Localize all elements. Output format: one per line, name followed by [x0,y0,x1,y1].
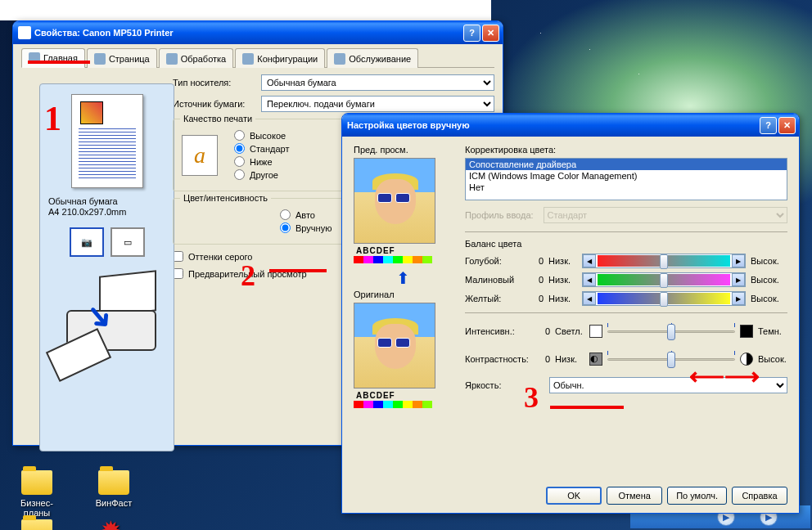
win1-title: Свойства: Canon MP510 Printer [34,28,174,38]
original-label: Оригинал [354,290,452,299]
intensity-slider[interactable] [607,321,735,341]
cyan-slider[interactable]: ◀▶ [582,254,746,268]
contrast-high-label: Высок. [758,354,787,364]
cyan-low: Низк. [548,256,577,266]
annotation-underline-1 [28,61,90,64]
win2-close-button[interactable]: ✕ [778,117,796,134]
low-contrast-icon: ◐ [589,353,602,366]
contrast-low-label: Низк. [555,354,584,364]
tab-config[interactable]: Конфигурации [235,48,325,68]
cyan-label: Голубой: [465,256,522,266]
quality-low-radio[interactable] [234,156,245,167]
page-thumbnail [71,94,143,188]
win1-close-button[interactable]: ✕ [482,25,499,42]
win2-default-button[interactable]: По умолч. [667,487,727,505]
yellow-low: Низк. [548,294,577,303]
magenta-high: Высок. [751,275,787,285]
preview-panel: Обычная бумага A4 210.0x297.0mm 📷 ▭ ➜ [39,83,174,451]
tabs-bar: Главная Страница Обработка Конфигурации … [21,47,494,68]
desktop-icons: Бизнес-планы ВинФаст ✹ [8,470,142,518]
desktop-icon-winfast[interactable]: ВинФаст [85,470,142,518]
light-label: Светл. [555,326,584,336]
magenta-left-arrow[interactable]: ◀ [583,273,596,286]
tab-page[interactable]: Страница [87,48,157,68]
original-image [354,303,435,389]
mode-photo-icon[interactable]: 📷 [70,227,104,257]
correction-listbox[interactable]: Сопоставление драйвера ICM (Windows Imag… [465,158,787,200]
cyan-value: 0 [527,256,544,266]
yellow-value: 0 [527,294,544,303]
preview-image [354,158,435,244]
dark-label: Темн. [758,326,787,336]
profile-select: Стандарт [544,207,787,223]
correction-opt-driver[interactable]: Сопоставление драйвера [466,159,787,170]
win2-ok-button[interactable]: OK [546,487,602,505]
tab-page-icon [94,53,106,65]
color-adjustment-window: Настройка цветов вручную ? ✕ Пред. просм… [341,113,800,514]
background-window-fragment [0,0,491,20]
yellow-label: Желтый: [465,294,522,303]
up-arrow-icon: ⬆ [354,268,452,288]
tab-main[interactable]: Главная [21,48,85,68]
contrast-label: Контрастность: [465,354,529,364]
magenta-low: Низк. [548,275,577,285]
win2-cancel-button[interactable]: Отмена [607,487,662,505]
annotation-underline-3 [550,406,624,409]
annotation-underline-2 [269,269,327,272]
paper-source-label: Источник бумаги: [173,99,255,109]
printer-illustration: ➜ [50,265,165,371]
dark-icon [740,325,753,338]
magenta-right-arrow[interactable]: ▶ [732,273,745,286]
abcdef-text: ABCDEF [354,245,452,256]
win1-help-button[interactable]: ? [463,25,480,42]
annotation-arrow: ⟵⟶ [689,362,760,390]
correction-opt-none[interactable]: Нет [466,182,787,193]
light-icon [589,325,602,338]
yellow-slider[interactable]: ◀▶ [582,291,746,306]
magenta-slider[interactable]: ◀▶ [582,272,746,287]
quality-standard-radio[interactable] [234,143,245,154]
desktop-icon-folder3[interactable] [8,519,65,530]
desktop-icon-business[interactable]: Бизнес-планы [8,470,65,518]
intensity-label: Интенсивн.: [465,326,529,336]
tab-maintenance[interactable]: Обслуживание [327,48,418,68]
correction-label: Корректировка цвета: [465,145,787,155]
color-auto-radio[interactable] [280,209,291,220]
cyan-right-arrow[interactable]: ▶ [732,254,745,267]
win2-help-button-bottom[interactable]: Справка [732,487,787,505]
tab-processing[interactable]: Обработка [159,48,233,68]
desktop-icon-splat[interactable]: ✹ [82,518,139,530]
quality-legend: Качество печати [180,114,255,124]
win1-titlebar[interactable]: 🖨 Свойства: Canon MP510 Printer ? ✕ [13,21,503,44]
tab-maintenance-icon [334,53,345,65]
cyan-high: Высок. [751,256,787,266]
quality-other-radio[interactable] [234,169,245,180]
media-type-label: Тип носителя: [173,78,255,88]
quality-high-radio[interactable] [234,130,245,141]
win2-help-button[interactable]: ? [760,117,777,134]
media-type-select[interactable]: Обычная бумага [261,74,494,91]
balance-label: Баланс цвета [465,239,787,249]
color-legend: Цвет/интенсивность [180,193,271,203]
paper-info: Обычная бумага A4 210.0x297.0mm [48,196,165,218]
color-squares [354,256,435,263]
brightness-label: Яркость: [465,380,543,390]
contrast-value: 0 [534,354,550,364]
correction-opt-icm[interactable]: ICM (Windows Image Color Management) [466,170,787,182]
tab-config-icon [242,53,254,65]
win2-titlebar[interactable]: Настройка цветов вручную ? ✕ [342,114,799,137]
color-squares-orig [354,401,435,408]
tab-processing-icon [166,53,178,65]
color-manual-radio[interactable] [280,222,291,233]
yellow-right-arrow[interactable]: ▶ [732,292,745,305]
preview-label: Пред. просм. [354,145,452,155]
printer-icon: 🖨 [18,26,31,39]
yellow-left-arrow[interactable]: ◀ [583,292,596,305]
win2-title: Настройка цветов вручную [347,120,470,130]
intensity-value: 0 [534,326,550,336]
paper-source-select[interactable]: Переключ. подачи бумаги [261,96,494,112]
profile-label: Профиль ввода: [465,210,534,220]
cyan-left-arrow[interactable]: ◀ [583,254,596,267]
magenta-value: 0 [527,275,544,285]
mode-document-icon[interactable]: ▭ [111,227,145,257]
